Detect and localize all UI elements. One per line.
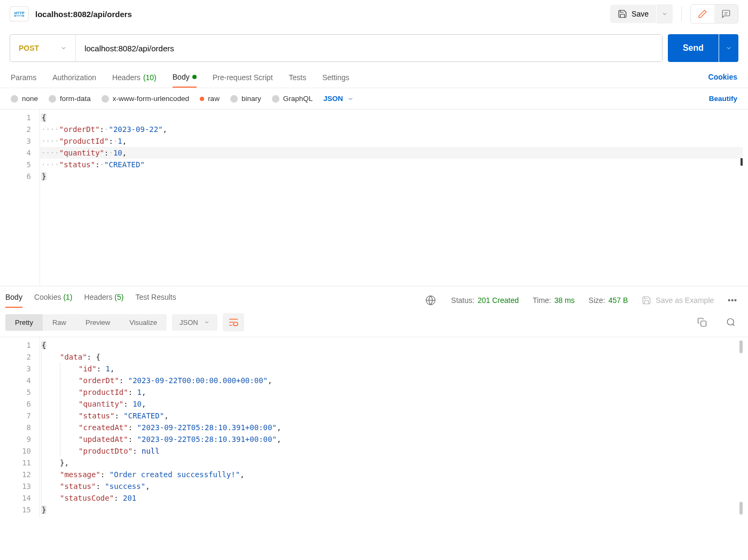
modified-dot-icon xyxy=(192,75,197,79)
body-type-raw[interactable]: raw xyxy=(200,95,220,103)
copy-response-button[interactable] xyxy=(696,316,708,329)
scrollbar-thumb[interactable] xyxy=(739,340,743,353)
body-type-none[interactable]: none xyxy=(11,95,38,103)
save-button-label: Save xyxy=(632,10,649,18)
tab-params[interactable]: Params xyxy=(11,73,36,88)
pencil-icon xyxy=(698,9,707,19)
save-as-example-button: Save as Example xyxy=(642,295,714,305)
comment-icon-button[interactable] xyxy=(714,5,738,23)
http-method-label: POST xyxy=(19,44,39,52)
response-status: Status:201 Created xyxy=(451,296,519,305)
search-response-button[interactable] xyxy=(724,316,737,329)
svg-line-9 xyxy=(733,324,735,326)
response-tab-body[interactable]: Body xyxy=(5,293,22,308)
tab-tests[interactable]: Tests xyxy=(289,73,307,88)
body-type-form-data[interactable]: form-data xyxy=(49,95,91,103)
body-type-graphql[interactable]: GraphQL xyxy=(272,95,313,103)
beautify-link[interactable]: Beautify xyxy=(709,95,737,103)
chevron-down-icon xyxy=(60,45,67,51)
svg-text:HTTP: HTTP xyxy=(14,11,25,15)
tab-header: HTTP localhost:8082/api/orders Save xyxy=(0,0,748,28)
response-time: Time:38 ms xyxy=(533,296,575,305)
http-method-icon: HTTP xyxy=(10,6,29,21)
view-raw-button[interactable]: Raw xyxy=(43,314,76,331)
save-icon xyxy=(618,9,627,19)
scrollbar-thumb[interactable] xyxy=(739,502,743,515)
tab-settings[interactable]: Settings xyxy=(322,73,349,88)
http-method-select[interactable]: POST xyxy=(10,35,76,61)
response-tab-test-results[interactable]: Test Results xyxy=(135,293,176,308)
tab-authorization[interactable]: Authorization xyxy=(52,73,96,88)
send-dropdown-button[interactable] xyxy=(719,34,738,62)
svg-point-8 xyxy=(727,318,734,325)
editor-gutter: 123456789101112131415 xyxy=(5,337,40,518)
response-language-select[interactable]: JSON xyxy=(172,314,217,331)
svg-rect-7 xyxy=(701,321,706,326)
edit-icon-button[interactable] xyxy=(691,5,714,23)
body-type-binary[interactable]: binary xyxy=(230,95,261,103)
editor-gutter: 123456 xyxy=(5,110,40,286)
network-icon-button[interactable] xyxy=(424,294,437,307)
save-button[interactable]: Save xyxy=(610,5,656,23)
cursor-marker xyxy=(741,158,743,166)
tab-body[interactable]: Body xyxy=(173,73,197,88)
send-button[interactable]: Send xyxy=(668,34,719,62)
chevron-down-icon xyxy=(661,11,668,17)
tab-title: localhost:8082/api/orders xyxy=(35,10,132,19)
wrap-lines-button[interactable] xyxy=(223,313,244,331)
tab-prerequest-script[interactable]: Pre-request Script xyxy=(213,73,273,88)
response-tab-headers[interactable]: Headers (5) xyxy=(84,293,124,308)
more-options-button[interactable]: ••• xyxy=(728,296,737,305)
view-visualize-button[interactable]: Visualize xyxy=(120,314,167,331)
response-size: Size:457 B xyxy=(589,296,628,305)
comment-icon xyxy=(721,9,731,19)
response-body-viewer[interactable]: 123456789101112131415 {"data": {"id": 1,… xyxy=(5,337,743,518)
chevron-down-icon xyxy=(347,96,354,102)
url-input[interactable] xyxy=(76,35,662,61)
cookies-link[interactable]: Cookies xyxy=(708,73,737,88)
globe-icon xyxy=(425,295,436,306)
view-preview-button[interactable]: Preview xyxy=(76,314,120,331)
search-icon xyxy=(726,317,736,327)
copy-icon xyxy=(697,317,707,327)
view-pretty-button[interactable]: Pretty xyxy=(5,314,43,331)
request-body-editor[interactable]: 123456 {····"orderDt":·"2023-09-22",····… xyxy=(5,110,743,286)
body-type-x-www-form-urlencoded[interactable]: x-www-form-urlencoded xyxy=(102,95,189,103)
wrap-icon xyxy=(228,318,239,326)
save-dropdown-button[interactable] xyxy=(657,4,673,24)
tab-headers[interactable]: Headers (10) xyxy=(112,73,157,88)
save-icon xyxy=(642,295,651,305)
chevron-down-icon xyxy=(726,45,732,51)
raw-language-select[interactable]: JSON xyxy=(323,95,354,103)
response-tab-cookies[interactable]: Cookies (1) xyxy=(34,293,73,308)
chevron-down-icon xyxy=(204,319,210,325)
